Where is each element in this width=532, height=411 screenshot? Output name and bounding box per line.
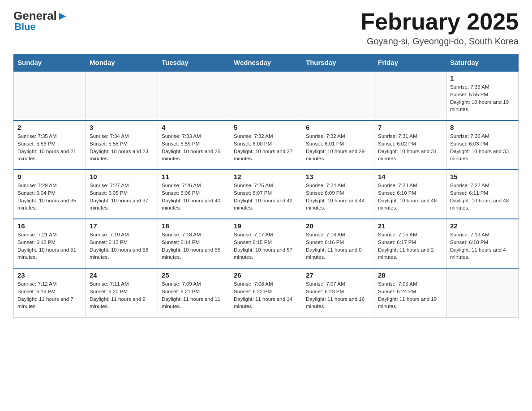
day-number: 6: [306, 124, 370, 131]
calendar-week-row: 1Sunrise: 7:36 AM Sunset: 5:55 PM Daylig…: [14, 71, 519, 120]
calendar-cell: 15Sunrise: 7:22 AM Sunset: 6:11 PM Dayli…: [446, 170, 519, 219]
calendar-cell: 8Sunrise: 7:30 AM Sunset: 6:03 PM Daylig…: [446, 120, 519, 170]
calendar-cell: 3Sunrise: 7:34 AM Sunset: 5:58 PM Daylig…: [86, 120, 158, 170]
day-info: Sunrise: 7:18 AM Sunset: 6:14 PM Dayligh…: [162, 231, 226, 261]
day-of-week-header: Wednesday: [230, 54, 302, 72]
calendar-cell: 4Sunrise: 7:33 AM Sunset: 5:59 PM Daylig…: [158, 120, 230, 170]
day-of-week-header: Sunday: [14, 54, 86, 72]
day-info: Sunrise: 7:12 AM Sunset: 6:19 PM Dayligh…: [17, 280, 82, 310]
day-info: Sunrise: 7:35 AM Sunset: 5:56 PM Dayligh…: [17, 133, 82, 163]
calendar-cell: 14Sunrise: 7:23 AM Sunset: 6:10 PM Dayli…: [374, 170, 446, 219]
day-number: 5: [234, 124, 298, 131]
day-of-week-header: Tuesday: [158, 54, 230, 72]
day-number: 27: [306, 271, 370, 279]
day-number: 21: [378, 222, 442, 230]
day-number: 15: [450, 173, 515, 180]
day-number: 12: [234, 173, 298, 180]
day-info: Sunrise: 7:34 AM Sunset: 5:58 PM Dayligh…: [90, 133, 154, 163]
calendar-cell: [86, 71, 158, 120]
location-text: Goyang-si, Gyeonggi-do, South Korea: [360, 36, 519, 47]
title-area: February 2025 Goyang-si, Gyeonggi-do, So…: [360, 9, 519, 47]
calendar-cell: 1Sunrise: 7:36 AM Sunset: 5:55 PM Daylig…: [446, 71, 519, 120]
calendar-week-row: 16Sunrise: 7:21 AM Sunset: 6:12 PM Dayli…: [14, 219, 519, 268]
calendar-cell: 28Sunrise: 7:05 AM Sunset: 6:24 PM Dayli…: [374, 268, 446, 317]
day-info: Sunrise: 7:27 AM Sunset: 6:05 PM Dayligh…: [90, 182, 154, 212]
calendar-table: SundayMondayTuesdayWednesdayThursdayFrid…: [13, 54, 519, 318]
day-number: 7: [378, 124, 442, 131]
page-header: General► Blue February 2025 Goyang-si, G…: [13, 9, 519, 47]
day-number: 19: [234, 222, 298, 230]
calendar-cell: 18Sunrise: 7:18 AM Sunset: 6:14 PM Dayli…: [158, 219, 230, 268]
calendar-cell: 16Sunrise: 7:21 AM Sunset: 6:12 PM Dayli…: [14, 219, 86, 268]
day-info: Sunrise: 7:05 AM Sunset: 6:24 PM Dayligh…: [378, 280, 442, 310]
calendar-cell: 2Sunrise: 7:35 AM Sunset: 5:56 PM Daylig…: [14, 120, 86, 170]
day-of-week-header: Thursday: [302, 54, 374, 72]
calendar-cell: 5Sunrise: 7:32 AM Sunset: 6:00 PM Daylig…: [230, 120, 302, 170]
day-number: 8: [450, 124, 515, 131]
logo-blue-text: Blue: [13, 21, 69, 33]
day-info: Sunrise: 7:07 AM Sunset: 6:23 PM Dayligh…: [306, 280, 370, 310]
calendar-cell: 21Sunrise: 7:15 AM Sunset: 6:17 PM Dayli…: [374, 219, 446, 268]
day-info: Sunrise: 7:30 AM Sunset: 6:03 PM Dayligh…: [450, 133, 515, 163]
calendar-cell: 24Sunrise: 7:11 AM Sunset: 6:20 PM Dayli…: [86, 268, 158, 317]
day-number: 18: [162, 222, 226, 230]
calendar-cell: [14, 71, 86, 120]
day-number: 22: [450, 222, 515, 230]
calendar-cell: 11Sunrise: 7:26 AM Sunset: 6:06 PM Dayli…: [158, 170, 230, 219]
day-info: Sunrise: 7:23 AM Sunset: 6:10 PM Dayligh…: [378, 182, 442, 212]
calendar-cell: [230, 71, 302, 120]
day-number: 28: [378, 271, 442, 279]
day-info: Sunrise: 7:25 AM Sunset: 6:07 PM Dayligh…: [234, 182, 298, 212]
day-info: Sunrise: 7:26 AM Sunset: 6:06 PM Dayligh…: [162, 182, 226, 212]
day-number: 25: [162, 271, 226, 279]
day-info: Sunrise: 7:32 AM Sunset: 6:01 PM Dayligh…: [306, 133, 370, 163]
calendar-header-row: SundayMondayTuesdayWednesdayThursdayFrid…: [14, 54, 519, 72]
calendar-cell: 27Sunrise: 7:07 AM Sunset: 6:23 PM Dayli…: [302, 268, 374, 317]
day-info: Sunrise: 7:09 AM Sunset: 6:21 PM Dayligh…: [162, 280, 226, 310]
day-info: Sunrise: 7:21 AM Sunset: 6:12 PM Dayligh…: [17, 231, 82, 261]
day-info: Sunrise: 7:31 AM Sunset: 6:02 PM Dayligh…: [378, 133, 442, 163]
month-title: February 2025: [360, 9, 519, 34]
calendar-cell: 9Sunrise: 7:29 AM Sunset: 6:04 PM Daylig…: [14, 170, 86, 219]
day-info: Sunrise: 7:19 AM Sunset: 6:13 PM Dayligh…: [90, 231, 154, 261]
calendar-cell: [158, 71, 230, 120]
day-of-week-header: Saturday: [446, 54, 519, 72]
calendar-cell: 22Sunrise: 7:13 AM Sunset: 6:18 PM Dayli…: [446, 219, 519, 268]
calendar-cell: 19Sunrise: 7:17 AM Sunset: 6:15 PM Dayli…: [230, 219, 302, 268]
calendar-cell: [374, 71, 446, 120]
day-info: Sunrise: 7:24 AM Sunset: 6:09 PM Dayligh…: [306, 182, 370, 212]
calendar-week-row: 23Sunrise: 7:12 AM Sunset: 6:19 PM Dayli…: [14, 268, 519, 317]
day-of-week-header: Friday: [374, 54, 446, 72]
day-info: Sunrise: 7:11 AM Sunset: 6:20 PM Dayligh…: [90, 280, 154, 310]
day-number: 24: [90, 271, 154, 279]
day-info: Sunrise: 7:16 AM Sunset: 6:16 PM Dayligh…: [306, 231, 370, 261]
day-number: 20: [306, 222, 370, 230]
day-number: 23: [17, 271, 82, 279]
calendar-cell: 23Sunrise: 7:12 AM Sunset: 6:19 PM Dayli…: [14, 268, 86, 317]
calendar-cell: 12Sunrise: 7:25 AM Sunset: 6:07 PM Dayli…: [230, 170, 302, 219]
calendar-cell: [446, 268, 519, 317]
logo: General► Blue: [13, 9, 69, 33]
day-number: 14: [378, 173, 442, 180]
day-info: Sunrise: 7:22 AM Sunset: 6:11 PM Dayligh…: [450, 182, 515, 212]
calendar-cell: 6Sunrise: 7:32 AM Sunset: 6:01 PM Daylig…: [302, 120, 374, 170]
day-info: Sunrise: 7:15 AM Sunset: 6:17 PM Dayligh…: [378, 231, 442, 261]
day-of-week-header: Monday: [86, 54, 158, 72]
day-number: 9: [17, 173, 82, 180]
day-number: 3: [90, 124, 154, 131]
calendar-week-row: 2Sunrise: 7:35 AM Sunset: 5:56 PM Daylig…: [14, 120, 519, 170]
calendar-week-row: 9Sunrise: 7:29 AM Sunset: 6:04 PM Daylig…: [14, 170, 519, 219]
calendar-cell: [302, 71, 374, 120]
day-number: 26: [234, 271, 298, 279]
day-info: Sunrise: 7:32 AM Sunset: 6:00 PM Dayligh…: [234, 133, 298, 163]
day-info: Sunrise: 7:17 AM Sunset: 6:15 PM Dayligh…: [234, 231, 298, 261]
calendar-cell: 10Sunrise: 7:27 AM Sunset: 6:05 PM Dayli…: [86, 170, 158, 219]
calendar-cell: 13Sunrise: 7:24 AM Sunset: 6:09 PM Dayli…: [302, 170, 374, 219]
day-number: 10: [90, 173, 154, 180]
day-info: Sunrise: 7:29 AM Sunset: 6:04 PM Dayligh…: [17, 182, 82, 212]
day-number: 2: [17, 124, 82, 131]
calendar-cell: 7Sunrise: 7:31 AM Sunset: 6:02 PM Daylig…: [374, 120, 446, 170]
calendar-cell: 26Sunrise: 7:08 AM Sunset: 6:22 PM Dayli…: [230, 268, 302, 317]
day-number: 13: [306, 173, 370, 180]
day-info: Sunrise: 7:36 AM Sunset: 5:55 PM Dayligh…: [450, 83, 515, 113]
